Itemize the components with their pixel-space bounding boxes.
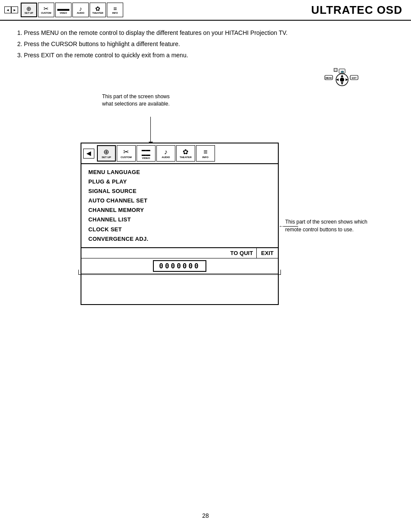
page-number: 28 (202, 512, 209, 519)
header-icon-setup[interactable]: ⊕ SET UP (21, 3, 37, 17)
callout-right-line1: This part of the screen shows which (285, 219, 367, 225)
osd-left-arrow[interactable]: ◄ (83, 149, 94, 159)
osd-custom-icon: ✂ (123, 148, 129, 156)
svg-marker-5 (341, 82, 343, 85)
header-icon-video[interactable]: ▬▬ VIDEO (55, 3, 72, 17)
osd-footer: TO QUIT EXIT (81, 247, 278, 258)
osd-icon-info[interactable]: ≡ INFO (196, 145, 215, 162)
instruction-3: 3. Press EXIT on the remote control to q… (17, 52, 394, 59)
osd-bottom-blank (81, 274, 278, 304)
setup-icon: ⊕ (26, 6, 31, 12)
info-icon: ≡ (113, 6, 117, 12)
osd-theater-label: THEATER (180, 156, 192, 159)
osd-exit-label: EXIT (257, 248, 278, 258)
remote-svg: 🔲 MENU EXIT 📺 (323, 67, 359, 95)
osd-icon-video[interactable]: ▬▬▬▬ VIDEO (137, 145, 156, 162)
page-header: ◄ ► ⊕ SET UP ✂ CUSTOM ▬▬ VIDEO ♪ AUDIO ✿… (0, 0, 411, 21)
svg-text:MENU: MENU (326, 77, 332, 79)
osd-video-icon: ▬▬▬▬ (142, 147, 150, 157)
svg-text:📺: 📺 (341, 70, 344, 73)
callout-right-annotation: This part of the screen shows which remo… (285, 218, 371, 233)
osd-item-plug-play[interactable]: PLUG & PLAY (88, 177, 271, 187)
audio-icon: ♪ (79, 6, 82, 12)
osd-item-menu-language[interactable]: MENU LANGUAGE (88, 168, 271, 177)
header-icon-audio[interactable]: ♪ AUDIO (72, 3, 89, 17)
header-icon-custom[interactable]: ✂ CUSTOM (38, 3, 54, 17)
osd-icon-audio[interactable]: ♪ AUDIO (156, 145, 175, 162)
osd-menu-items: MENU LANGUAGE PLUG & PLAY SIGNAL SOURCE … (81, 164, 278, 247)
left-arrow-icon[interactable]: ◄ (4, 6, 11, 13)
osd-item-convergence-adj[interactable]: CONVERGENCE ADJ. (88, 234, 271, 244)
osd-to-quit-label: TO QUIT (81, 248, 257, 258)
instruction-list: 1. Press MENU on the remote control to d… (17, 29, 394, 59)
osd-info-icon: ≡ (203, 148, 207, 156)
osd-setup-label: SET UP (102, 156, 111, 159)
osd-info-label: INFO (202, 156, 209, 159)
svg-point-8 (340, 78, 344, 82)
osd-outer-border (78, 270, 281, 275)
header-icon-theater[interactable]: ✿ THEATER (90, 3, 106, 17)
osd-audio-icon: ♪ (164, 148, 168, 156)
osd-item-channel-list[interactable]: CHANNEL LIST (88, 215, 271, 224)
nav-arrows: ◄ ► (4, 6, 18, 13)
custom-icon: ✂ (44, 6, 49, 12)
osd-video-label: VIDEO (142, 157, 150, 160)
osd-screen: ◄ ⊕ SET UP ✂ CUSTOM ▬▬▬▬ VIDEO ♪ AUDIO ✿… (81, 143, 279, 305)
header-icon-group: ◄ ► ⊕ SET UP ✂ CUSTOM ▬▬ VIDEO ♪ AUDIO ✿… (4, 3, 123, 17)
svg-text:EXIT: EXIT (352, 77, 356, 79)
theater-icon: ✿ (95, 6, 100, 12)
svg-text:🔲: 🔲 (333, 68, 338, 72)
osd-theater-icon: ✿ (183, 148, 188, 156)
page-title: ULTRATEC OSD (311, 3, 402, 17)
osd-item-clock-set[interactable]: CLOCK SET (88, 225, 271, 234)
callout-top-line1: This part of the screen shows (102, 93, 170, 100)
svg-marker-4 (341, 75, 343, 77)
right-arrow-icon[interactable]: ► (11, 6, 18, 13)
osd-setup-icon: ⊕ (103, 148, 109, 156)
remote-control-icon: 🔲 MENU EXIT 📺 (323, 67, 359, 96)
instruction-2: 2. Press the CURSOR buttons to highlight… (17, 40, 394, 47)
video-icon: ▬▬ (57, 6, 69, 12)
callout-top-line (150, 117, 151, 143)
osd-icon-theater[interactable]: ✿ THEATER (176, 145, 195, 162)
osd-custom-label: CUSTOM (121, 156, 132, 159)
header-icon-info[interactable]: ≡ INFO (107, 3, 123, 17)
callout-top-annotation: This part of the screen shows what selec… (102, 93, 170, 108)
osd-audio-label: AUDIO (162, 156, 170, 159)
osd-item-channel-memory[interactable]: CHANNEL MEMORY (88, 205, 271, 215)
callout-right-line2: remote control buttons to use. (285, 227, 354, 233)
osd-nav-arrows: ◄ (83, 149, 94, 159)
osd-icon-setup[interactable]: ⊕ SET UP (97, 145, 116, 162)
osd-item-signal-source[interactable]: SIGNAL SOURCE (88, 187, 271, 196)
callout-top-line2: what selections are available. (102, 101, 170, 107)
osd-icon-custom[interactable]: ✂ CUSTOM (117, 145, 136, 162)
osd-menubar: ◄ ⊕ SET UP ✂ CUSTOM ▬▬▬▬ VIDEO ♪ AUDIO ✿… (81, 143, 278, 164)
osd-item-auto-channel-set[interactable]: AUTO CHANNEL SET (88, 196, 271, 205)
instruction-1: 1. Press MENU on the remote control to d… (17, 29, 394, 36)
